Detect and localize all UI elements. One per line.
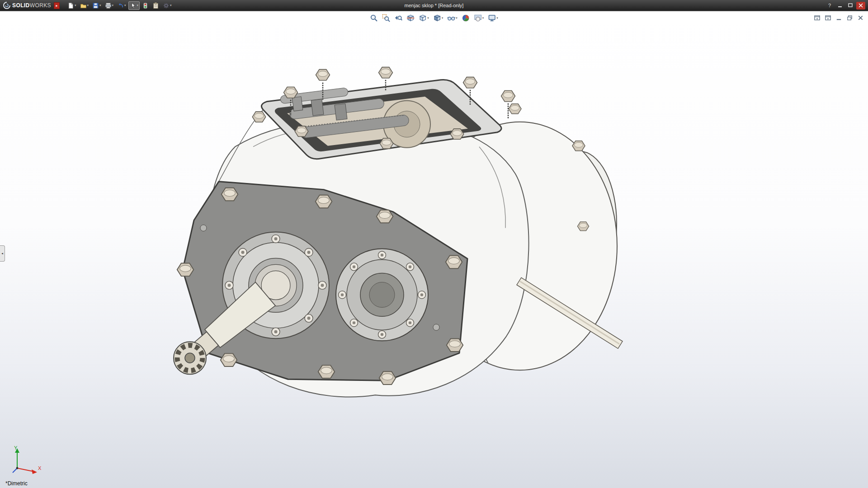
view-orientation-label: *Dimetric — [5, 480, 28, 487]
menu-flyout-button[interactable]: ▸ — [54, 2, 60, 9]
headsup-view-toolbar: ▾▾▾▾▾ — [368, 13, 500, 23]
hide-show-items-button[interactable]: ▾ — [446, 13, 459, 23]
zoom-to-fit-button[interactable] — [368, 13, 379, 23]
previous-view-button[interactable] — [393, 13, 404, 23]
x-axis-arrow-icon — [32, 469, 37, 474]
dropdown-caret-icon[interactable]: ▾ — [124, 4, 126, 7]
child-close-button[interactable] — [856, 14, 865, 22]
document-window-controls — [812, 14, 865, 22]
dropdown-caret-icon[interactable]: ▾ — [482, 16, 484, 20]
file-properties-button[interactable] — [151, 1, 160, 10]
dropdown-caret-icon[interactable]: ▾ — [427, 16, 429, 20]
dropdown-caret-icon[interactable]: ▾ — [99, 4, 101, 7]
apply-scene-button[interactable]: ▾ — [472, 13, 486, 23]
close-button[interactable] — [856, 2, 865, 9]
feature-manager-collapsed-tab[interactable]: ◂ — [0, 245, 5, 262]
pane-previous-icon[interactable] — [812, 14, 822, 22]
save-button[interactable]: ▾ — [91, 1, 103, 10]
new-document-button[interactable]: ▾ — [66, 1, 78, 10]
app-brand: SOLID WORKS — [12, 2, 51, 9]
print-button[interactable]: ▾ — [104, 1, 115, 10]
gearbox-3d-model[interactable] — [0, 11, 868, 488]
undo-button[interactable]: ▾ — [116, 1, 127, 10]
child-minimize-button[interactable] — [834, 14, 844, 22]
app-titlebar: SOLID WORKS ▸ ▾▾▾▾▾▾▾ menjac sklop * [Re… — [0, 0, 868, 11]
orientation-triad: Y X — [7, 445, 46, 477]
dropdown-caret-icon[interactable]: ▾ — [112, 4, 114, 7]
open-document-button[interactable]: ▾ — [79, 1, 90, 10]
ds-logo-icon — [3, 1, 11, 9]
x-axis — [17, 468, 33, 471]
y-axis-label: Y — [14, 445, 18, 450]
graphics-viewport[interactable]: ▾▾▾▾▾ ◂ Y X *Dimetric — [0, 11, 868, 488]
pane-next-icon[interactable] — [823, 14, 833, 22]
minimize-button[interactable] — [835, 2, 844, 9]
dropdown-caret-icon[interactable]: ▾ — [442, 16, 443, 20]
dropdown-caret-icon[interactable]: ▾ — [87, 4, 89, 7]
maximize-button[interactable] — [846, 2, 855, 9]
view-orientation-button[interactable]: ▾ — [417, 13, 430, 23]
dropdown-caret-icon[interactable]: ▾ — [496, 16, 498, 20]
dropdown-caret-icon[interactable]: ▾ — [170, 4, 172, 7]
select-tool-button[interactable]: ▾ — [128, 1, 140, 10]
view-settings-button[interactable]: ▾ — [486, 13, 500, 23]
x-axis-label: X — [38, 465, 42, 471]
section-view-button[interactable] — [405, 13, 416, 23]
dropdown-caret-icon[interactable]: ▾ — [456, 16, 458, 20]
edit-appearance-button[interactable] — [460, 13, 471, 23]
zoom-to-area-button[interactable] — [381, 13, 392, 23]
brand-works: WORKS — [30, 2, 51, 9]
document-title: menjac sklop * [Read-only] — [405, 3, 464, 8]
dropdown-caret-icon[interactable]: ▾ — [137, 4, 139, 7]
display-style-button[interactable]: ▾ — [432, 13, 445, 23]
options-button[interactable]: ▾ — [161, 1, 173, 10]
main-toolbar: ▾▾▾▾▾▾▾ — [66, 1, 173, 10]
brand-solid: SOLID — [12, 2, 30, 9]
dropdown-caret-icon[interactable]: ▾ — [75, 4, 76, 7]
triad-origin — [16, 467, 19, 469]
help-button[interactable]: ? — [825, 2, 834, 9]
child-restore-button[interactable] — [845, 14, 854, 22]
window-controls: ? — [825, 2, 865, 9]
output-bearing-cover[interactable] — [336, 249, 428, 341]
rebuild-button[interactable] — [141, 1, 150, 10]
